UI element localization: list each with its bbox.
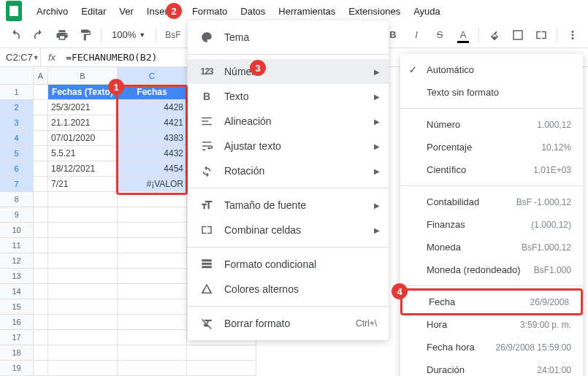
menu-text[interactable]: BTexto▶ bbox=[188, 84, 389, 109]
row-header[interactable]: 16 bbox=[0, 315, 34, 330]
cell[interactable] bbox=[34, 161, 48, 177]
menu-herramientas[interactable]: Herramientas bbox=[272, 3, 341, 20]
cell[interactable] bbox=[34, 115, 48, 131]
menu-ver[interactable]: Ver bbox=[113, 3, 140, 20]
fill-color-button[interactable] bbox=[485, 26, 504, 45]
row-header[interactable]: 10 bbox=[0, 223, 34, 238]
num-date[interactable]: Fecha26/9/2008 bbox=[400, 288, 583, 315]
cell[interactable] bbox=[48, 253, 118, 269]
row-header[interactable]: 9 bbox=[0, 207, 34, 223]
cell[interactable]: Fechas (Texto) bbox=[48, 85, 118, 100]
cell[interactable] bbox=[48, 315, 118, 330]
num-currency[interactable]: MonedaBsF1.000,12 bbox=[400, 236, 583, 258]
menu-datos[interactable]: Datos bbox=[234, 3, 271, 20]
cell[interactable]: 18/12/2021 bbox=[48, 161, 118, 177]
num-percent[interactable]: Porcentaje10,12% bbox=[400, 136, 583, 158]
menu-merge[interactable]: Combinar celdas▶ bbox=[188, 218, 389, 242]
currency-button[interactable]: BsF bbox=[162, 26, 183, 45]
cell[interactable] bbox=[34, 284, 48, 299]
cell[interactable] bbox=[118, 345, 187, 361]
cell[interactable]: 25/3/2021 bbox=[48, 100, 118, 115]
menu-editar[interactable]: Editar bbox=[75, 3, 112, 20]
menu-align[interactable]: Alineación▶ bbox=[188, 109, 389, 134]
row-header[interactable]: 2 bbox=[0, 100, 34, 115]
cell[interactable] bbox=[187, 345, 256, 361]
redo-button[interactable] bbox=[29, 26, 48, 45]
cell[interactable] bbox=[187, 361, 256, 376]
row-header[interactable]: 13 bbox=[0, 269, 34, 284]
row-header[interactable]: 12 bbox=[0, 253, 34, 269]
row-header[interactable]: 7 bbox=[0, 177, 34, 192]
borders-button[interactable] bbox=[508, 26, 527, 45]
cell[interactable] bbox=[34, 299, 48, 315]
cell[interactable] bbox=[34, 315, 48, 330]
row-header[interactable]: 8 bbox=[0, 192, 34, 207]
menu-fontsize[interactable]: Tamaño de fuente▶ bbox=[188, 193, 389, 218]
cell[interactable] bbox=[48, 207, 118, 223]
cell[interactable] bbox=[118, 315, 187, 330]
undo-button[interactable] bbox=[6, 26, 25, 45]
num-accounting[interactable]: ContabilidadBsF -1.000,12 bbox=[400, 191, 583, 213]
row-header[interactable]: 6 bbox=[0, 161, 34, 177]
cell[interactable]: #¡VALOR bbox=[118, 177, 187, 192]
cell[interactable] bbox=[34, 131, 48, 146]
cell[interactable] bbox=[118, 361, 187, 376]
menu-rotation[interactable]: Rotación▶ bbox=[188, 158, 389, 183]
menu-number[interactable]: 123Número▶ bbox=[188, 59, 389, 84]
row-header[interactable]: 11 bbox=[0, 238, 34, 253]
num-currency-rounded[interactable]: Moneda (redondeado)BsF1.000 bbox=[400, 258, 583, 281]
cell[interactable] bbox=[48, 284, 118, 299]
menu-altcolors[interactable]: Colores alternos bbox=[188, 277, 389, 302]
col-header[interactable]: C bbox=[118, 67, 187, 85]
cell[interactable] bbox=[34, 146, 48, 161]
italic-button[interactable]: I bbox=[407, 26, 426, 45]
menu-theme[interactable]: Tema bbox=[188, 25, 389, 50]
col-header[interactable]: B bbox=[48, 67, 118, 85]
cell[interactable] bbox=[34, 223, 48, 238]
cell[interactable] bbox=[118, 192, 187, 207]
zoom-select[interactable]: 100%▼ bbox=[107, 28, 150, 42]
num-finance[interactable]: Finanzas(1.000,12) bbox=[400, 213, 583, 236]
cell[interactable] bbox=[34, 253, 48, 269]
row-header[interactable]: 19 bbox=[0, 361, 34, 376]
paint-format-button[interactable] bbox=[76, 26, 95, 45]
row-header[interactable]: 4 bbox=[0, 131, 34, 146]
menu-conditional[interactable]: Formato condicional bbox=[188, 252, 389, 277]
menu-wrap[interactable]: Ajustar texto▶ bbox=[188, 134, 389, 158]
cell[interactable] bbox=[34, 361, 48, 376]
row-header[interactable]: 14 bbox=[0, 284, 34, 299]
more-button[interactable] bbox=[563, 26, 582, 45]
row-header[interactable]: 1 bbox=[0, 85, 34, 100]
cell[interactable]: 21.1.2021 bbox=[48, 115, 118, 131]
cell[interactable] bbox=[48, 330, 118, 345]
sheets-logo[interactable] bbox=[6, 1, 22, 21]
menu-formato[interactable]: Formato bbox=[186, 3, 233, 20]
cell[interactable] bbox=[34, 100, 48, 115]
row-header[interactable]: 15 bbox=[0, 299, 34, 315]
text-color-button[interactable]: A bbox=[454, 26, 473, 45]
cell[interactable] bbox=[34, 330, 48, 345]
name-box[interactable]: C2:C7▼ bbox=[0, 48, 41, 66]
num-duration[interactable]: Duración24:01:00 bbox=[400, 358, 583, 376]
cell[interactable] bbox=[34, 207, 48, 223]
menu-extensiones[interactable]: Extensiones bbox=[343, 3, 406, 20]
cell[interactable] bbox=[118, 299, 187, 315]
cell[interactable] bbox=[34, 345, 48, 361]
cell[interactable]: 4454 bbox=[118, 161, 187, 177]
cell[interactable]: 7/21 bbox=[48, 177, 118, 192]
cell[interactable] bbox=[48, 269, 118, 284]
cell[interactable] bbox=[118, 330, 187, 345]
cell[interactable]: 4432 bbox=[118, 146, 187, 161]
row-header[interactable]: 5 bbox=[0, 146, 34, 161]
cell[interactable] bbox=[34, 192, 48, 207]
cell[interactable] bbox=[48, 299, 118, 315]
cell[interactable]: Fechas bbox=[118, 85, 187, 100]
cell[interactable]: 07/01/2020 bbox=[48, 131, 118, 146]
cell[interactable] bbox=[118, 207, 187, 223]
cell[interactable] bbox=[48, 238, 118, 253]
num-plain[interactable]: Texto sin formato bbox=[400, 81, 583, 104]
cell[interactable] bbox=[118, 269, 187, 284]
print-button[interactable] bbox=[53, 26, 72, 45]
cell[interactable] bbox=[118, 253, 187, 269]
cell[interactable]: 4421 bbox=[118, 115, 187, 131]
